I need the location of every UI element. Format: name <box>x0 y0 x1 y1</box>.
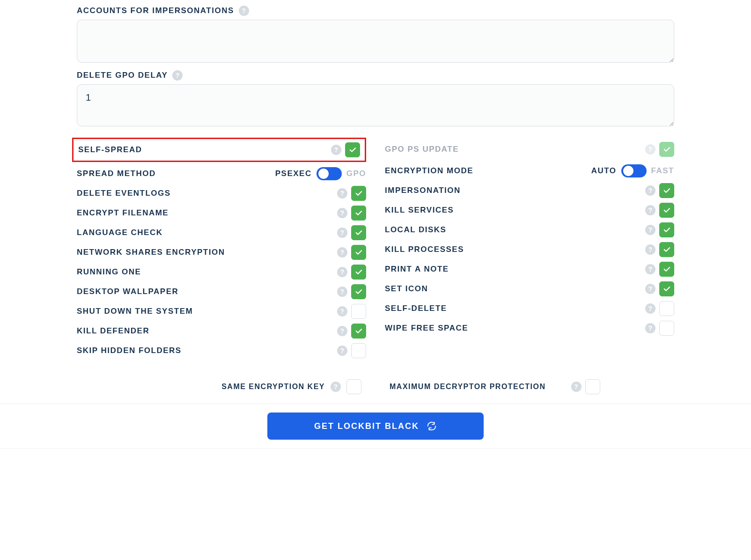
kill-defender-checkbox[interactable] <box>351 324 366 339</box>
local-disks-checkbox[interactable] <box>659 222 674 237</box>
kill-services-checkbox[interactable] <box>659 203 674 218</box>
help-icon[interactable]: ? <box>571 382 582 392</box>
encrypt-filename-checkbox[interactable] <box>351 206 366 221</box>
set-icon-label: SET ICON <box>385 284 645 294</box>
help-icon[interactable]: ? <box>337 228 347 238</box>
help-icon[interactable]: ? <box>331 382 341 392</box>
same-encryption-key-label: SAME ENCRYPTION KEY <box>221 383 325 391</box>
encryption-mode-label: ENCRYPTION MODE <box>385 166 591 176</box>
spread-method-right: GPO <box>346 169 366 178</box>
shutdown-checkbox[interactable] <box>351 304 366 319</box>
impersonation-checkbox[interactable] <box>659 183 674 198</box>
encryption-mode-right: FAST <box>651 166 674 176</box>
max-decryptor-label: MAXIMUM DECRYPTOR PROTECTION <box>390 383 546 391</box>
network-shares-label: NETWORK SHARES ENCRYPTION <box>77 248 337 257</box>
kill-processes-checkbox[interactable] <box>659 242 674 257</box>
local-disks-label: LOCAL DISKS <box>385 225 645 235</box>
self-spread-highlight: SELF-SPREAD ? <box>72 138 366 162</box>
desktop-wallpaper-checkbox[interactable] <box>351 284 366 299</box>
print-note-label: PRINT A NOTE <box>385 265 645 274</box>
encryption-mode-left: AUTO <box>591 166 617 176</box>
self-spread-label: SELF-SPREAD <box>78 145 331 155</box>
kill-services-label: KILL SERVICES <box>385 206 645 215</box>
wipe-free-label: WIPE FREE SPACE <box>385 324 645 333</box>
self-delete-checkbox[interactable] <box>659 301 674 316</box>
get-lockbit-black-button[interactable]: GET LOCKBIT BLACK <box>267 413 484 440</box>
spread-method-toggle[interactable] <box>317 167 342 180</box>
delete-eventlogs-checkbox[interactable] <box>351 186 366 201</box>
accounts-impersonations-input[interactable] <box>77 20 674 63</box>
impersonation-label: IMPERSONATION <box>385 186 645 195</box>
spread-method-left: PSEXEC <box>275 169 312 178</box>
set-icon-checkbox[interactable] <box>659 281 674 296</box>
help-icon[interactable]: ? <box>645 244 655 255</box>
encrypt-filename-label: ENCRYPT FILENAME <box>77 208 337 218</box>
help-icon[interactable]: ? <box>337 267 347 277</box>
help-icon[interactable]: ? <box>645 303 655 314</box>
kill-defender-label: KILL DEFENDER <box>77 326 337 336</box>
help-icon[interactable]: ? <box>337 306 347 317</box>
skip-hidden-label: SKIP HIDDEN FOLDERS <box>77 346 337 355</box>
help-icon[interactable]: ? <box>645 144 655 155</box>
help-icon[interactable]: ? <box>337 208 347 218</box>
print-note-checkbox[interactable] <box>659 262 674 277</box>
help-icon[interactable]: ? <box>337 247 347 258</box>
help-icon[interactable]: ? <box>645 323 655 333</box>
gpo-ps-update-checkbox[interactable] <box>659 142 674 157</box>
help-icon[interactable]: ? <box>645 205 655 215</box>
language-check-checkbox[interactable] <box>351 225 366 240</box>
help-icon[interactable]: ? <box>337 188 347 199</box>
get-button-label: GET LOCKBIT BLACK <box>314 421 419 431</box>
help-icon[interactable]: ? <box>337 287 347 297</box>
refresh-icon <box>427 421 437 431</box>
delete-gpo-delay-input[interactable] <box>77 84 674 126</box>
encryption-mode-toggle[interactable] <box>621 164 647 177</box>
help-icon[interactable]: ? <box>645 185 655 196</box>
language-check-label: LANGUAGE CHECK <box>77 228 337 237</box>
max-decryptor-checkbox[interactable] <box>585 379 600 394</box>
help-icon[interactable]: ? <box>331 145 341 155</box>
same-encryption-key-checkbox[interactable] <box>346 379 361 394</box>
running-one-checkbox[interactable] <box>351 265 366 280</box>
network-shares-checkbox[interactable] <box>351 245 366 260</box>
accounts-impersonations-label: ACCOUNTS FOR IMPERSONATIONS <box>77 6 234 15</box>
self-delete-label: SELF-DELETE <box>385 304 645 313</box>
running-one-label: RUNNING ONE <box>77 267 337 277</box>
help-icon[interactable]: ? <box>172 70 183 81</box>
spread-method-label: SPREAD METHOD <box>77 169 275 178</box>
skip-hidden-checkbox[interactable] <box>351 343 366 358</box>
help-icon[interactable]: ? <box>337 326 347 336</box>
kill-processes-label: KILL PROCESSES <box>385 245 645 254</box>
wipe-free-checkbox[interactable] <box>659 321 674 336</box>
shutdown-label: SHUT DOWN THE SYSTEM <box>77 307 337 316</box>
delete-gpo-delay-label: DELETE GPO DELAY <box>77 71 168 80</box>
help-icon[interactable]: ? <box>645 225 655 235</box>
help-icon[interactable]: ? <box>645 284 655 294</box>
desktop-wallpaper-label: DESKTOP WALLPAPER <box>77 287 337 296</box>
help-icon[interactable]: ? <box>337 346 347 356</box>
self-spread-checkbox[interactable] <box>345 142 360 157</box>
delete-eventlogs-label: DELETE EVENTLOGS <box>77 189 337 198</box>
help-icon[interactable]: ? <box>239 6 249 16</box>
gpo-ps-update-label: GPO PS UPDATE <box>385 145 645 154</box>
help-icon[interactable]: ? <box>645 264 655 274</box>
